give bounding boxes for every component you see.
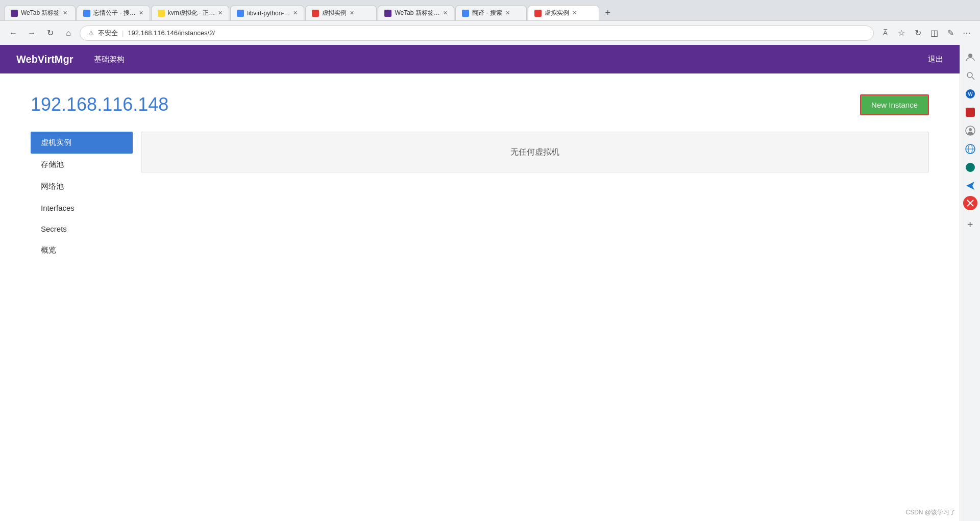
page-header: 192.168.116.148 New Instance [31,94,929,115]
extensions-button[interactable]: A̅ [878,26,892,40]
browser-actions: A̅ ☆ ↻ ◫ ✎ ⋯ [878,26,974,40]
browser-chrome: WeTab 新标签✕忘情公子 - 搜…✕kvm虚拟化 - 正…✕libvirt-… [0,0,980,45]
empty-vm-message: 无任何虚拟机 [141,132,929,172]
favorites-button[interactable]: ☆ [894,26,909,40]
address-text: 不安全 [98,29,118,38]
collections-button[interactable]: ◫ [927,26,941,40]
back-button[interactable]: ← [6,26,20,40]
right-sidebar: W + [960,45,980,521]
more-button[interactable]: ⋯ [960,26,974,40]
side-nav: 虚机实例存储池网络池InterfacesSecrets概览 [31,132,133,261]
browser-tab[interactable]: 忘情公子 - 搜…✕ [77,5,150,20]
browser-tab[interactable]: 虚拟实例✕ [528,5,599,20]
home-button[interactable]: ⌂ [61,26,76,40]
browser-tab[interactable]: 虚拟实例✕ [305,5,377,20]
app-title: WebVirtMgr [16,54,74,65]
app-header: WebVirtMgr 基础架构 退出 [0,45,960,73]
send-icon[interactable] [962,178,978,194]
browser-tab[interactable]: libvirt-python-…✕ [230,5,304,20]
url-text: 192.168.116.146/instances/2/ [128,29,215,37]
add-sidebar-button[interactable]: + [962,216,978,233]
svg-rect-5 [966,108,975,117]
sidebar-item-storage[interactable]: 存储池 [31,154,133,176]
browser-tab[interactable]: kvm虚拟化 - 正…✕ [151,5,230,20]
main-area: 虚机实例存储池网络池InterfacesSecrets概览 无任何虚拟机 [31,132,929,261]
server-ip: 192.168.116.148 [31,94,168,115]
blue-globe-icon[interactable] [962,141,978,157]
teal-icon[interactable] [962,159,978,176]
x-red-icon[interactable] [963,196,977,210]
new-tab-button[interactable]: + [600,5,616,20]
svg-point-11 [966,163,975,172]
sidebar-item-interfaces[interactable]: Interfaces [31,197,133,218]
profile-button[interactable]: ✎ [943,26,958,40]
browser-tab[interactable]: WeTab 新标签…✕ [378,5,454,20]
svg-text:W: W [968,91,973,97]
sidebar-item-network[interactable]: 网络池 [31,176,133,197]
address-separator: | [122,29,124,37]
address-bar[interactable]: ⚠ 不安全 | 192.168.116.146/instances/2/ [80,26,874,41]
watermark: CSDN @该学习了 [905,508,955,517]
reload-button[interactable]: ↻ [43,26,57,40]
address-bar-row: ← → ↻ ⌂ ⚠ 不安全 | 192.168.116.146/instance… [0,20,980,45]
new-instance-button[interactable]: New Instance [860,94,929,115]
logout-button[interactable]: 退出 [928,55,943,64]
sidebar-item-secrets[interactable]: Secrets [31,218,133,239]
search-sidebar-icon[interactable] [962,67,978,84]
browser-tab[interactable]: 翻译 - 搜索✕ [455,5,527,20]
svg-point-7 [969,128,972,131]
security-icon: ⚠ [88,30,94,37]
content-area: 无任何虚拟机 [141,132,929,261]
sidebar-item-overview[interactable]: 概览 [31,239,133,261]
sidebar-item-vm[interactable]: 虚机实例 [31,132,133,154]
browser-tab[interactable]: WeTab 新标签✕ [4,5,76,20]
red-badge-icon[interactable] [962,104,978,120]
nav-infrastructure[interactable]: 基础架构 [90,53,129,66]
profile-sidebar-icon[interactable] [962,49,978,65]
page-content: 192.168.116.148 New Instance 虚机实例存储池网络池I… [0,73,960,282]
sync-button[interactable]: ↻ [911,26,925,40]
blue-circle-icon[interactable]: W [962,86,978,102]
svg-point-1 [967,72,972,78]
svg-line-2 [972,77,974,80]
tab-bar: WeTab 新标签✕忘情公子 - 搜…✕kvm虚拟化 - 正…✕libvirt-… [0,0,980,20]
forward-button[interactable]: → [24,26,39,40]
svg-point-0 [968,54,972,58]
user-circle-icon[interactable] [962,122,978,139]
